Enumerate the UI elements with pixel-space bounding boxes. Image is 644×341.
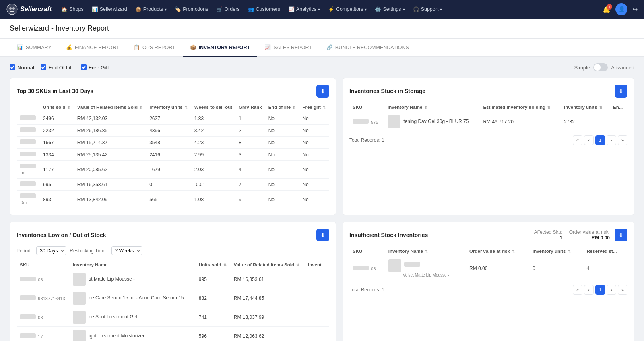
tab-finance[interactable]: 💰 FINANCE REPORT	[59, 39, 126, 57]
restocking-select[interactable]: 2 Weeks 1 Week 3 Weeks 4 Weeks	[111, 246, 142, 255]
col-inv-units[interactable]: Inventory units ⇅	[561, 102, 610, 112]
view-toggle[interactable]	[593, 63, 608, 71]
weeks-cell: 3.42	[191, 125, 235, 137]
col-extra[interactable]: En...	[610, 102, 627, 112]
sku-cell	[17, 125, 40, 137]
logo-icon	[6, 4, 18, 15]
nav-orders[interactable]: 🛒 Orders	[213, 0, 243, 19]
insuf-last[interactable]: »	[618, 285, 627, 295]
pagination-next[interactable]: ›	[607, 135, 616, 145]
product-image2	[73, 330, 86, 341]
insuf-first[interactable]: «	[573, 285, 582, 295]
col-inventory-units[interactable]: Inventory units ⇅	[146, 102, 191, 112]
sku-blurred	[20, 164, 36, 168]
pagination-last[interactable]: »	[618, 135, 627, 145]
eol-label: End Of Life	[48, 64, 74, 71]
restocking-label: Restocking Time :	[70, 248, 108, 254]
lightning-icon: ⚡	[328, 6, 334, 12]
logout-button[interactable]: ↪	[632, 6, 638, 13]
pagination-first[interactable]: «	[573, 135, 582, 145]
units-sold-cell2: 995	[196, 270, 231, 289]
nav-support[interactable]: 🎧 Support ▾	[410, 0, 446, 19]
col-reserved[interactable]: Reserved st...	[584, 246, 627, 256]
tab-summary[interactable]: 📊 SUMMARY	[10, 39, 59, 57]
sku-cell4: 08	[349, 256, 385, 281]
inv-name-cell2: ne Spot Treatment Gel	[70, 308, 196, 327]
insuf-prev[interactable]: ‹	[584, 285, 594, 295]
col-inv-units2[interactable]: Invent...	[305, 260, 329, 270]
notification-badge: 1	[607, 4, 612, 10]
inv-name-cell3: Velvet Matte Lip Mousse -	[385, 256, 466, 281]
pagination-page-1[interactable]: 1	[595, 135, 605, 145]
end-life-cell: No	[265, 112, 299, 125]
normal-filter[interactable]: Normal	[10, 64, 34, 71]
user-avatar-button[interactable]: 👤	[615, 3, 627, 15]
period-select[interactable]: 30 Days 7 Days 14 Days 60 Days	[36, 246, 66, 255]
col-sku[interactable]	[17, 102, 40, 112]
col-order-risk[interactable]: Order value at risk ⇅	[466, 246, 529, 256]
tab-inventory[interactable]: 📦 INVENTORY REPORT	[183, 39, 258, 57]
gmv-rank-cell: 9	[235, 191, 265, 208]
table-row: 1334 RM 25,135.42 2416 2.99 3 No No	[17, 149, 329, 161]
nav-sellerwizard[interactable]: 📊 Sellerwizard	[89, 0, 130, 19]
col-sku3[interactable]: SKU	[17, 260, 70, 270]
brand-logo[interactable]: Sellercraft	[6, 4, 52, 15]
col-units-sold2[interactable]: Units sold ⇅	[196, 260, 231, 270]
gear-icon: ⚙️	[375, 6, 381, 12]
affected-sku-label: Affected Sku:	[534, 229, 562, 235]
navbar-right: 🔔 1 👤 ↪	[603, 3, 638, 15]
low-stock-download-button[interactable]: ⬇	[316, 229, 329, 241]
top-skus-table: Units sold ⇅ Value of Related Items Sold…	[17, 102, 329, 208]
order-risk-label: Order value at risk:	[569, 229, 610, 235]
nav-settings[interactable]: ⚙️ Settings ▾	[372, 0, 408, 19]
free-gift-cell: No	[299, 149, 329, 161]
col-units-sold[interactable]: Units sold ⇅	[40, 102, 74, 112]
nav-customers[interactable]: 👥 Customers	[245, 0, 283, 19]
cart-icon: 🛒	[216, 6, 223, 12]
freegift-filter[interactable]: Free Gift	[81, 64, 109, 71]
col-est-holding[interactable]: Estimated inventory holding ⇅	[480, 102, 561, 112]
tab-ops[interactable]: 📋 OPS REPORT	[126, 39, 183, 57]
insufficient-stock-download-button[interactable]: ⬇	[615, 229, 627, 241]
pagination-prev[interactable]: ‹	[584, 135, 594, 145]
gmv-rank-cell: 1	[235, 112, 265, 125]
top-skus-download-button[interactable]: ⬇	[316, 85, 329, 98]
freegift-checkbox[interactable]	[81, 64, 87, 70]
sku-cell2: 575	[349, 112, 384, 131]
filter-left: Normal End Of Life Free Gift	[10, 64, 109, 71]
nav-shops[interactable]: 🏠 Shops	[58, 0, 87, 19]
inventory-units-cell: 3548	[146, 137, 191, 149]
value-related-cell: RM 42,132.03	[74, 112, 146, 125]
insuf-next[interactable]: ›	[607, 285, 616, 295]
eol-checkbox[interactable]	[41, 64, 46, 70]
table-row: 995 RM 16,353.61 0 -0.01 7 No No	[17, 179, 329, 191]
col-value-related[interactable]: Value of Related Items Sold ⇅	[74, 102, 146, 112]
notification-button[interactable]: 🔔 1	[603, 6, 611, 13]
col-end-of-life[interactable]: End of life ⇅	[265, 102, 299, 112]
col-inv-units3[interactable]: Inventory units ⇅	[529, 246, 584, 256]
stuck-storage-download-button[interactable]: ⬇	[615, 85, 627, 98]
col-sku4[interactable]: SKU	[349, 246, 385, 256]
stuck-storage-pagination-row: Total Records: 1 « ‹ 1 › »	[349, 135, 627, 145]
normal-checkbox[interactable]	[10, 64, 15, 70]
table-row: 08 Velvet Matte Lip Mousse - RM 0.00 0 4	[349, 256, 627, 281]
nav-analytics[interactable]: 📈 Analytics ▾	[285, 0, 323, 19]
insuf-page-1[interactable]: 1	[595, 285, 605, 295]
col-inv-name2[interactable]: Inventory Name	[70, 260, 196, 270]
sku-blurred	[20, 181, 36, 186]
col-gmv-rank[interactable]: GMV Rank	[235, 102, 265, 112]
nav-competitors[interactable]: ⚡ Competitors ▾	[325, 0, 370, 19]
col-free-gift[interactable]: Free gift ⇅	[299, 102, 329, 112]
eol-filter[interactable]: End Of Life	[41, 64, 74, 71]
col-value-related2[interactable]: Value of Related Items Sold ⇅	[231, 260, 305, 270]
tab-bundle[interactable]: 🔗 BUNDLE RECOMMENDATIONS	[319, 39, 416, 57]
value-related-cell: RM 25,135.42	[74, 149, 146, 161]
nav-products[interactable]: 📦 Products ▾	[132, 0, 170, 19]
nav-promotions[interactable]: 🏷️ Promotions	[171, 0, 211, 19]
col-inv-name[interactable]: Inventory Name ⇅	[384, 102, 480, 112]
col-inv-name3[interactable]: Inventory Name ⇅	[385, 246, 466, 256]
col-weeks-sellout[interactable]: Weeks to sell-out	[191, 102, 235, 112]
tab-sales[interactable]: 📈 SALES REPORT	[257, 39, 319, 57]
col-sku2[interactable]: SKU	[349, 102, 384, 112]
table-row: 2232 RM 26,186.85 4396 3.42 2 No No	[17, 125, 329, 137]
